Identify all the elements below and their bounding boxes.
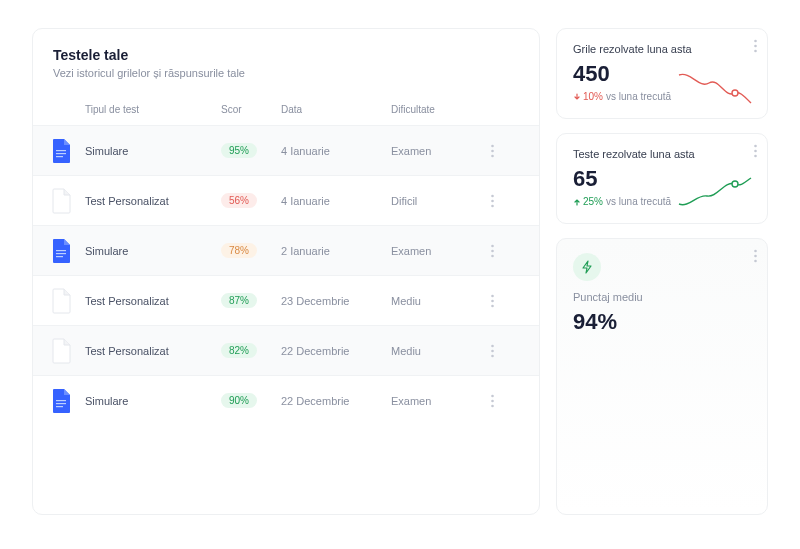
col-date: Data <box>281 104 391 115</box>
svg-rect-1 <box>56 153 66 154</box>
test-difficulty: Mediu <box>391 295 491 307</box>
svg-point-26 <box>491 404 494 407</box>
test-date: 23 Decembrie <box>281 295 391 307</box>
test-difficulty: Examen <box>391 145 491 157</box>
svg-point-15 <box>491 294 494 297</box>
lightning-icon <box>573 253 601 281</box>
avg-score-label: Punctaj mediu <box>573 291 751 303</box>
svg-point-31 <box>754 145 757 148</box>
svg-point-32 <box>754 150 757 153</box>
tests-panel-subtitle: Vezi istoricul grilelor și răspunsurile … <box>53 67 519 79</box>
document-icon <box>51 188 73 214</box>
col-score: Scor <box>221 104 281 115</box>
grids-card-title: Grile rezolvate luna asta <box>573 43 751 55</box>
test-date: 4 Ianuarie <box>281 145 391 157</box>
svg-point-3 <box>491 144 494 147</box>
tests-panel: Testele tale Vezi istoricul grilelor și … <box>32 28 540 515</box>
score-badge: 95% <box>221 143 257 158</box>
document-icon <box>51 138 73 164</box>
row-menu-button[interactable] <box>491 344 521 358</box>
svg-rect-0 <box>56 150 66 151</box>
svg-rect-11 <box>56 256 63 257</box>
svg-rect-10 <box>56 253 66 254</box>
document-icon <box>51 338 73 364</box>
table-row[interactable]: Simulare90%22 DecembrieExamen <box>33 375 539 425</box>
row-menu-button[interactable] <box>491 194 521 208</box>
score-badge: 90% <box>221 393 257 408</box>
score-badge: 82% <box>221 343 257 358</box>
sparkline-down-icon <box>677 69 753 105</box>
tests-card-title: Teste rezolvate luna asta <box>573 148 751 160</box>
stats-sidebar: Grile rezolvate luna asta 450 10% vs lun… <box>556 28 768 515</box>
svg-point-35 <box>754 250 757 253</box>
svg-point-25 <box>491 399 494 402</box>
svg-point-20 <box>491 354 494 357</box>
arrow-down-icon: 10% <box>573 91 603 102</box>
document-icon <box>51 388 73 414</box>
row-menu-button[interactable] <box>491 294 521 308</box>
svg-point-13 <box>491 249 494 252</box>
svg-point-17 <box>491 304 494 307</box>
svg-point-7 <box>491 199 494 202</box>
svg-point-16 <box>491 299 494 302</box>
card-menu-button[interactable] <box>754 249 757 263</box>
svg-point-12 <box>491 244 494 247</box>
score-badge: 78% <box>221 243 257 258</box>
svg-point-37 <box>754 260 757 263</box>
test-date: 22 Decembrie <box>281 395 391 407</box>
row-menu-button[interactable] <box>491 144 521 158</box>
svg-point-8 <box>491 204 494 207</box>
tests-table-header: Tipul de test Scor Data Dificultate <box>33 93 539 125</box>
document-icon <box>51 288 73 314</box>
table-row[interactable]: Simulare95%4 IanuarieExamen <box>33 125 539 175</box>
svg-point-14 <box>491 254 494 257</box>
svg-point-34 <box>732 181 738 187</box>
svg-rect-21 <box>56 400 66 401</box>
tests-panel-header: Testele tale Vezi istoricul grilelor și … <box>33 29 539 93</box>
test-name: Test Personalizat <box>85 345 221 357</box>
svg-point-27 <box>754 40 757 43</box>
svg-point-33 <box>754 155 757 158</box>
table-row[interactable]: Test Personalizat82%22 DecembrieMediu <box>33 325 539 375</box>
test-date: 2 Ianuarie <box>281 245 391 257</box>
svg-point-30 <box>732 90 738 96</box>
arrow-up-icon: 25% <box>573 196 603 207</box>
avg-score-card: Punctaj mediu 94% <box>556 238 768 515</box>
test-date: 4 Ianuarie <box>281 195 391 207</box>
test-name: Simulare <box>85 245 221 257</box>
document-icon <box>51 238 73 264</box>
svg-rect-23 <box>56 406 63 407</box>
svg-point-5 <box>491 154 494 157</box>
test-date: 22 Decembrie <box>281 345 391 357</box>
svg-point-4 <box>491 149 494 152</box>
score-badge: 56% <box>221 193 257 208</box>
svg-point-36 <box>754 255 757 258</box>
svg-point-28 <box>754 45 757 48</box>
tests-card: Teste rezolvate luna asta 65 25% vs luna… <box>556 133 768 224</box>
svg-point-18 <box>491 344 494 347</box>
svg-point-19 <box>491 349 494 352</box>
tests-panel-title: Testele tale <box>53 47 519 63</box>
col-difficulty: Dificultate <box>391 104 491 115</box>
row-menu-button[interactable] <box>491 394 521 408</box>
row-menu-button[interactable] <box>491 244 521 258</box>
grids-card: Grile rezolvate luna asta 450 10% vs lun… <box>556 28 768 119</box>
card-menu-button[interactable] <box>754 144 757 158</box>
table-row[interactable]: Test Personalizat87%23 DecembrieMediu <box>33 275 539 325</box>
test-name: Test Personalizat <box>85 295 221 307</box>
svg-point-6 <box>491 194 494 197</box>
score-badge: 87% <box>221 293 257 308</box>
test-difficulty: Dificil <box>391 195 491 207</box>
table-row[interactable]: Test Personalizat56%4 IanuarieDificil <box>33 175 539 225</box>
tests-table: Tipul de test Scor Data Dificultate Simu… <box>33 93 539 425</box>
svg-rect-2 <box>56 156 63 157</box>
svg-rect-22 <box>56 403 66 404</box>
table-row[interactable]: Simulare78%2 IanuarieExamen <box>33 225 539 275</box>
avg-score-value: 94% <box>573 309 751 335</box>
test-difficulty: Examen <box>391 245 491 257</box>
svg-point-24 <box>491 394 494 397</box>
card-menu-button[interactable] <box>754 39 757 53</box>
svg-rect-9 <box>56 250 66 251</box>
test-name: Test Personalizat <box>85 195 221 207</box>
col-type: Tipul de test <box>85 104 221 115</box>
